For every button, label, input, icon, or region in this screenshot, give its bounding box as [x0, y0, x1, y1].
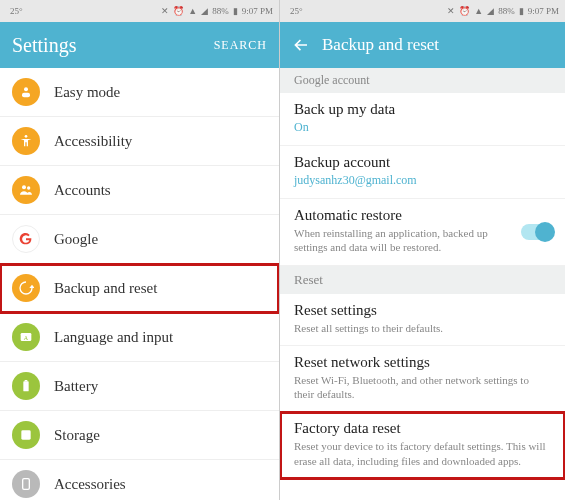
row-accessories[interactable]: Accessories [0, 460, 279, 500]
reset-section: Reset [280, 266, 565, 294]
battery-icon: ▮ [233, 6, 238, 16]
item-title: Automatic restore [294, 207, 551, 224]
alarm-icon: ⏰ [459, 6, 470, 16]
item-title: Reset network settings [294, 354, 551, 371]
settings-header: Settings SEARCH [0, 22, 279, 68]
item-automatic-restore[interactable]: Automatic restore When reinstalling an a… [280, 199, 565, 266]
item-backup-my-data[interactable]: Back up my data On [280, 93, 565, 146]
mute-icon: ✕ [161, 6, 169, 16]
item-backup-account[interactable]: Backup account judysanhz30@gmail.com [280, 146, 565, 199]
clock: 9:07 PM [528, 6, 559, 16]
alarm-icon: ⏰ [173, 6, 184, 16]
item-sub: Reset your device to its factory default… [294, 439, 551, 468]
wifi-icon: ▲ [188, 6, 197, 16]
svg-rect-9 [21, 430, 30, 439]
row-accessibility[interactable]: Accessibility [0, 117, 279, 166]
svg-point-0 [24, 87, 28, 91]
svg-rect-1 [22, 93, 30, 98]
row-easy-mode[interactable]: Easy mode [0, 68, 279, 117]
signal-icon: ◢ [201, 6, 208, 16]
item-value: judysanhz30@gmail.com [294, 173, 551, 188]
clock: 9:07 PM [242, 6, 273, 16]
easy-mode-icon [12, 78, 40, 106]
status-bar: 25° ✕ ⏰ ▲ ◢ 88% ▮ 9:07 PM [0, 0, 279, 22]
battery-icon: ▮ [519, 6, 524, 16]
item-title: Backup account [294, 154, 551, 171]
settings-list: Easy mode Accessibility Accounts Google … [0, 68, 279, 500]
item-title: Reset settings [294, 302, 551, 319]
status-bar: 25° ✕ ⏰ ▲ ◢ 88% ▮ 9:07 PM [280, 0, 565, 22]
item-sub: When reinstalling an application, backed… [294, 226, 551, 255]
back-button[interactable] [292, 36, 310, 54]
item-title: Back up my data [294, 101, 551, 118]
item-reset-network[interactable]: Reset network settings Reset Wi-Fi, Blue… [280, 346, 565, 413]
row-label: Battery [54, 378, 98, 395]
accounts-icon [12, 176, 40, 204]
google-account-subhead: Google account [280, 68, 565, 93]
svg-rect-10 [23, 479, 30, 490]
google-icon [12, 225, 40, 253]
item-sub: Reset all settings to their defaults. [294, 321, 551, 335]
item-reset-settings[interactable]: Reset settings Reset all settings to the… [280, 294, 565, 346]
svg-text:A: A [24, 335, 29, 341]
backup-reset-screen: 25° ✕ ⏰ ▲ ◢ 88% ▮ 9:07 PM Backup and res… [280, 0, 565, 500]
row-label: Accounts [54, 182, 111, 199]
item-value: On [294, 120, 551, 135]
row-storage[interactable]: Storage [0, 411, 279, 460]
row-backup-reset[interactable]: Backup and reset [0, 264, 279, 313]
backup-reset-icon [12, 274, 40, 302]
settings-screen: 25° ✕ ⏰ ▲ ◢ 88% ▮ 9:07 PM Settings SEARC… [0, 0, 280, 500]
svg-point-3 [22, 185, 26, 189]
page-title: Backup and reset [322, 35, 553, 55]
accessories-icon [12, 470, 40, 498]
row-google[interactable]: Google [0, 215, 279, 264]
row-label: Storage [54, 427, 100, 444]
item-sub: Reset Wi-Fi, Bluetooth, and other networ… [294, 373, 551, 402]
storage-icon [12, 421, 40, 449]
item-factory-reset[interactable]: Factory data reset Reset your device to … [280, 412, 565, 479]
backup-header: Backup and reset [280, 22, 565, 68]
item-title: Factory data reset [294, 420, 551, 437]
mute-icon: ✕ [447, 6, 455, 16]
row-language[interactable]: A Language and input [0, 313, 279, 362]
svg-rect-7 [23, 381, 28, 391]
row-battery[interactable]: Battery [0, 362, 279, 411]
auto-restore-toggle[interactable] [521, 224, 553, 240]
row-label: Language and input [54, 329, 173, 346]
svg-point-4 [27, 186, 30, 189]
battery-pct: 88% [212, 6, 229, 16]
battery-pct: 88% [498, 6, 515, 16]
search-button[interactable]: SEARCH [214, 38, 267, 53]
svg-rect-8 [25, 380, 28, 381]
row-label: Accessories [54, 476, 126, 493]
page-title: Settings [12, 34, 214, 57]
temp: 25° [10, 6, 23, 16]
row-label: Accessibility [54, 133, 132, 150]
battery-icon [12, 372, 40, 400]
svg-point-2 [25, 135, 28, 138]
signal-icon: ◢ [487, 6, 494, 16]
row-label: Easy mode [54, 84, 120, 101]
accessibility-icon [12, 127, 40, 155]
row-label: Google [54, 231, 98, 248]
row-accounts[interactable]: Accounts [0, 166, 279, 215]
temp: 25° [290, 6, 303, 16]
row-label: Backup and reset [54, 280, 157, 297]
arrow-left-icon [292, 36, 310, 54]
language-icon: A [12, 323, 40, 351]
wifi-icon: ▲ [474, 6, 483, 16]
